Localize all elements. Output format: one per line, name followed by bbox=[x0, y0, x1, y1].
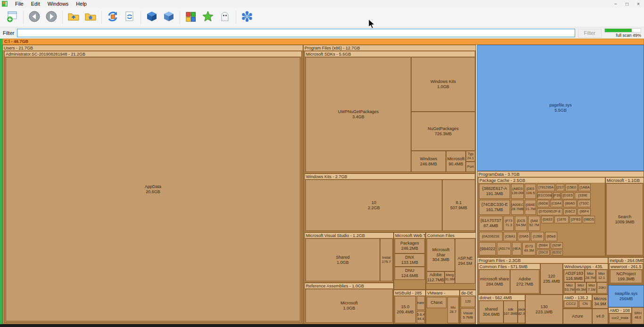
treemap-item[interactable]: Micros 34.9M bbox=[592, 294, 608, 309]
filter-star-button[interactable] bbox=[199, 9, 216, 26]
treemap-item[interactable]: Packages 246.2MB bbox=[395, 238, 425, 253]
treemap-item[interactable]: {66D8 bbox=[537, 200, 549, 207]
treemap-item[interactable]: {339E bbox=[575, 192, 591, 199]
configuration-button[interactable] bbox=[239, 9, 256, 26]
filter-input[interactable] bbox=[17, 29, 575, 37]
treemap-item[interactable]: {F39 bbox=[553, 192, 561, 199]
treemap-item[interactable]: Merg 31.9M bbox=[445, 271, 455, 284]
treemap-item[interactable]: {DE0 106.5 bbox=[525, 184, 536, 199]
treemap-item[interactable]: {DC5 54.5M bbox=[515, 216, 527, 231]
treemap-item[interactable]: Windows 246.8MB bbox=[411, 151, 446, 172]
go-back-button[interactable] bbox=[26, 9, 43, 26]
treemap-item[interactable]: Port bbox=[466, 162, 475, 172]
treemap-item[interactable]: 8.1 507.9MB bbox=[442, 180, 475, 231]
treemap-item[interactable]: Adobe 272.7MB bbox=[510, 270, 539, 294]
treemap-item[interactable]: {791295A bbox=[537, 184, 555, 191]
treemap-item[interactable]: Microsoft 90.4MB bbox=[446, 151, 466, 172]
treemap-item[interactable]: {D73 49.3M bbox=[522, 242, 536, 255]
treemap-item[interactable]: {62D2 bbox=[551, 250, 563, 255]
treemap-item[interactable]: {5A8 52.7M bbox=[528, 216, 540, 231]
class-view-button[interactable] bbox=[182, 9, 199, 26]
treemap-item[interactable]: Visual 5.7MB bbox=[461, 308, 475, 323]
treemap-item[interactable]: {CBA1 bbox=[504, 232, 517, 241]
treemap-item[interactable]: CCC2 bbox=[564, 301, 578, 308]
treemap-item[interactable]: {0A20621E bbox=[479, 232, 503, 241]
treemap-item[interactable]: v4.0 bbox=[592, 309, 608, 324]
treemap-item[interactable]: AppData 20.6GB bbox=[6, 57, 300, 321]
treemap-item[interactable]: {732C bbox=[578, 200, 591, 207]
treemap-item[interactable]: Windows Kits 1.0GB bbox=[411, 57, 475, 112]
treemap-item[interactable]: 130 223.1MB bbox=[525, 294, 563, 324]
show-free-space-button[interactable] bbox=[216, 9, 233, 26]
treemap[interactable]: C:\ - 46.7GBUsers - 21.7GBAdministrator.… bbox=[0, 39, 644, 327]
treemap-item[interactable]: Instal 175.7 bbox=[380, 238, 393, 281]
rescan-button[interactable] bbox=[104, 9, 121, 26]
treemap-item[interactable]: Microsoft 1.0GB bbox=[305, 289, 393, 323]
treemap-item[interactable]: ccc2_insta bbox=[609, 313, 631, 323]
treemap-item[interactable]: Micr 7.1M bbox=[586, 282, 597, 294]
treemap-item[interactable]: pack 82.9 bbox=[518, 301, 525, 323]
treemap-item[interactable]: Micr 53.7M bbox=[564, 282, 575, 294]
treemap-item[interactable]: {65e6 bbox=[545, 232, 557, 241]
treemap-item[interactable]: {D7D09D2F-E bbox=[537, 208, 562, 215]
minimize-button[interactable]: − bbox=[610, 0, 621, 8]
treemap-item[interactable]: {E1CD08 bbox=[537, 192, 552, 199]
treemap-item[interactable]: NCProject 199.3MB bbox=[610, 270, 642, 283]
treemap-item[interactable]: Micr 49.3M bbox=[575, 282, 586, 294]
treemap-item[interactable]: {9BD5 bbox=[583, 216, 595, 223]
less-detail-button[interactable] bbox=[160, 9, 177, 26]
maximize-button[interactable]: □ bbox=[621, 0, 633, 8]
treemap-item[interactable]: {4EA bbox=[512, 242, 521, 255]
treemap-item[interactable]: {984022 bbox=[479, 242, 496, 255]
treemap-item[interactable]: {F73 71.3 bbox=[504, 216, 514, 231]
parent-folder-button[interactable] bbox=[65, 9, 82, 26]
treemap-item[interactable]: {5984 bbox=[537, 242, 550, 249]
treemap-item[interactable]: DNX 133.1MB bbox=[395, 253, 425, 267]
treemap-item[interactable]: Azure bbox=[563, 309, 592, 324]
treemap-item[interactable]: SRH 48.6 bbox=[632, 307, 644, 324]
treemap-item[interactable]: {929F bbox=[551, 242, 563, 249]
menu-help[interactable]: Help bbox=[72, 0, 91, 7]
treemap-item[interactable]: {064E 21.7M bbox=[525, 200, 536, 215]
treemap-item[interactable]: 10 2.2GB bbox=[305, 180, 442, 231]
new-scan-button[interactable] bbox=[4, 9, 21, 26]
treemap-item[interactable]: {86AD bbox=[563, 200, 577, 207]
home-button[interactable] bbox=[82, 9, 99, 26]
treemap-item[interactable]: {3882E617-A 191.3MB bbox=[479, 184, 510, 199]
treemap-item[interactable]: {96F4 bbox=[578, 208, 591, 215]
treemap-item[interactable]: 5.6.4 44.4 bbox=[417, 311, 425, 323]
treemap-item[interactable]: CN bbox=[579, 301, 591, 308]
treemap-item[interactable]: DNU 124.6MB bbox=[395, 267, 425, 280]
treemap-item[interactable]: {1ABA bbox=[578, 184, 591, 191]
treemap-drive-header[interactable]: C:\ - 46.7GB bbox=[2, 39, 644, 45]
treemap-item[interactable]: {ABD3 139.0M bbox=[511, 184, 524, 199]
close-button[interactable]: × bbox=[633, 0, 644, 8]
treemap-item[interactable]: {2FB3 bbox=[570, 216, 582, 223]
menu-file[interactable]: File bbox=[11, 0, 27, 7]
treemap-item[interactable]: sdk 167.3MB bbox=[504, 301, 518, 323]
more-detail-button[interactable] bbox=[143, 9, 160, 26]
treemap-item[interactable]: {20C0 bbox=[537, 250, 550, 255]
treemap-item[interactable]: {E6C2 bbox=[563, 208, 577, 215]
treemap-file[interactable]: swapfile.sys 256MB bbox=[608, 285, 644, 307]
treemap-item[interactable]: Microsoft Shar 304.3MB bbox=[427, 238, 455, 271]
menu-windows[interactable]: Windows bbox=[44, 0, 73, 7]
treemap-item[interactable]: Typ 24.1 bbox=[466, 151, 475, 162]
treemap-item[interactable]: Micr 12.1 bbox=[596, 270, 607, 282]
go-forward-button[interactable] bbox=[43, 9, 60, 26]
treemap-item[interactable]: {D1E5 bbox=[561, 192, 574, 199]
treemap-item[interactable]: {74CBC330-E 161.7MB bbox=[479, 200, 510, 215]
treemap-item[interactable]: Search 1009.9MB bbox=[606, 183, 643, 255]
treemap-item[interactable]: UWPNuGetPackages 3.4GB bbox=[305, 57, 411, 172]
treemap-item[interactable]: NuGetPackages 726.3MB bbox=[411, 112, 475, 151]
treemap-item[interactable]: {217 bbox=[556, 184, 564, 191]
treemap-item[interactable]: {15E0 bbox=[565, 184, 578, 191]
treemap-file[interactable]: pagefile.sys 5.5GB bbox=[477, 45, 644, 171]
treemap-item[interactable]: {A00EC 28.7MB bbox=[511, 200, 524, 215]
filter-button[interactable]: Filter bbox=[578, 29, 602, 38]
treemap-item[interactable]: shared bbox=[417, 296, 425, 310]
treemap-item[interactable]: {D833 bbox=[541, 216, 553, 223]
treemap-item[interactable]: Shared 1.0GB bbox=[305, 238, 380, 281]
treemap-item[interactable]: {09A5 bbox=[518, 232, 530, 241]
treemap-item[interactable]: 120 bbox=[461, 296, 475, 307]
